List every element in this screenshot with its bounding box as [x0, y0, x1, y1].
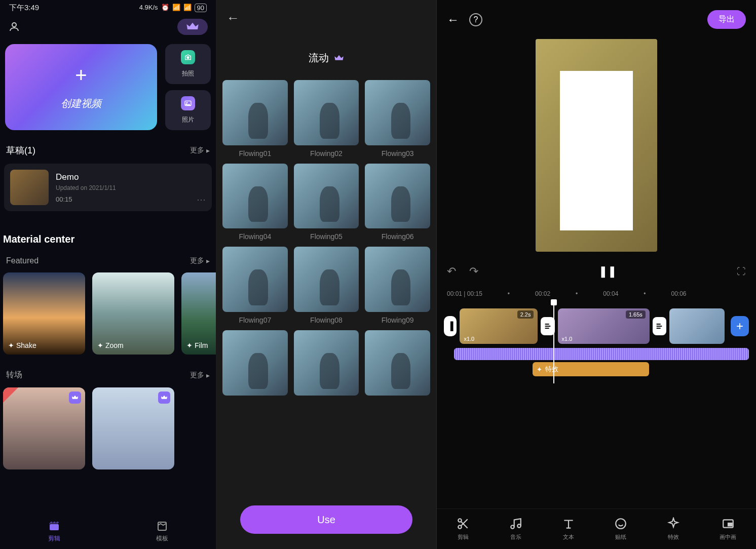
camera-button[interactable]: 拍照 — [165, 44, 211, 84]
use-button[interactable]: Use — [240, 505, 412, 534]
effect-track[interactable]: ✦ 特效 — [533, 362, 649, 376]
featured-more[interactable]: 更多 ▸ — [190, 256, 210, 265]
material-label: ✦ Zoom — [97, 341, 124, 349]
template-item[interactable]: Flowing02 — [294, 80, 359, 158]
wifi-icon: 📶 — [183, 4, 192, 12]
nav-edit[interactable]: 剪辑 — [48, 520, 60, 543]
material-item[interactable] — [3, 387, 85, 469]
music-icon — [509, 517, 522, 530]
time-current: 00:01 | 00:15 — [447, 290, 482, 297]
draft-menu-icon[interactable]: ⋯ — [197, 194, 206, 205]
template-item[interactable]: Flowing06 — [365, 164, 430, 241]
svg-point-7 — [458, 525, 462, 529]
tool-sticker[interactable]: 贴纸 — [614, 517, 627, 541]
nav-template[interactable]: 模板 — [156, 520, 168, 543]
template-item[interactable]: Flowing04 — [222, 164, 288, 241]
smiley-icon — [614, 517, 627, 530]
material-item[interactable] — [92, 387, 174, 469]
sparkle-icon — [667, 517, 680, 530]
template-item[interactable]: Flowing01 — [222, 80, 288, 158]
undo-icon[interactable]: ↶ — [447, 265, 456, 278]
draft-item[interactable]: Demo Updated on 2021/1/11 00:15 ⋯ — [4, 164, 212, 211]
timeline[interactable]: ▐ 2.2s x1.0 1.65s x1.0 + ✦ 特效 — [437, 301, 756, 383]
template-item[interactable]: Flowing03 — [365, 80, 430, 158]
template-item[interactable] — [365, 330, 430, 396]
audio-track[interactable] — [454, 348, 749, 360]
material-label: ✦ Shake — [8, 341, 36, 349]
time-mark: 00:02 — [535, 290, 550, 297]
svg-point-1 — [186, 56, 189, 59]
text-icon — [562, 517, 575, 530]
plus-icon: + — [75, 64, 87, 87]
alarm-icon: ⏰ — [161, 4, 169, 12]
svg-point-3 — [186, 102, 188, 103]
add-clip-button[interactable]: + — [731, 316, 749, 336]
template-item[interactable] — [294, 330, 359, 396]
clip[interactable] — [669, 308, 725, 344]
clip-duration: 1.65s — [626, 310, 646, 319]
material-center-title: Material center — [0, 218, 216, 252]
sparkle-icon: ✦ — [537, 366, 542, 373]
back-icon[interactable]: ← — [226, 10, 240, 26]
vip-icon — [158, 391, 170, 404]
transition-button[interactable] — [653, 317, 666, 335]
vip-icon — [69, 391, 81, 404]
status-bar: 下午3:49 4.9K/s ⏰ 📶 📶 90 — [0, 0, 216, 16]
editor-top-bar: ← ? 导出 — [437, 0, 756, 39]
photo-icon — [181, 96, 195, 110]
tool-text[interactable]: 文本 — [562, 517, 575, 541]
pause-icon[interactable]: ❚❚ — [598, 265, 617, 278]
time-mark: 00:06 — [671, 290, 687, 297]
template-item[interactable]: Flowing07 — [222, 247, 288, 324]
time-ruler: 00:01 | 00:15 • 00:02 • 00:04 • 00:06 — [437, 286, 756, 301]
clip[interactable]: 1.65s x1.0 — [558, 308, 650, 344]
material-item[interactable]: ✦ Shake — [3, 272, 85, 355]
draft-duration: 00:15 — [56, 195, 190, 203]
vip-badge[interactable] — [177, 19, 208, 35]
fullscreen-icon[interactable]: ⛶ — [737, 266, 746, 277]
video-track: ▐ 2.2s x1.0 1.65s x1.0 + — [444, 308, 749, 344]
template-item[interactable]: Flowing09 — [365, 247, 430, 324]
video-preview[interactable] — [536, 39, 657, 252]
editor-screen: ← ? 导出 ↶ ↷ ❚❚ ⛶ 00:01 | 00:15 • 00:02 • … — [437, 0, 756, 549]
status-time: 下午3:49 — [9, 3, 39, 13]
nav-label: 剪辑 — [48, 534, 60, 543]
redo-icon[interactable]: ↷ — [469, 265, 478, 278]
home-screen: 下午3:49 4.9K/s ⏰ 📶 📶 90 + 创建视频 拍照 照片 — [0, 0, 216, 549]
playhead[interactable] — [553, 301, 554, 383]
drafts-more[interactable]: 更多 ▸ — [190, 146, 210, 155]
transitions-more[interactable]: 更多 ▸ — [190, 371, 210, 380]
svg-rect-4 — [50, 524, 59, 530]
nav-label: 模板 — [156, 534, 168, 543]
template-item[interactable] — [222, 330, 288, 396]
material-item[interactable]: ✦ Film — [181, 272, 216, 355]
tool-pip[interactable]: 画中画 — [720, 517, 736, 541]
create-label: 创建视频 — [61, 97, 101, 110]
draft-updated: Updated on 2021/1/11 — [56, 184, 190, 191]
scissors-icon — [457, 517, 470, 530]
clip[interactable]: 2.2s x1.0 — [460, 308, 538, 344]
transitions-header: 转场 更多 ▸ — [0, 370, 216, 380]
svg-point-8 — [511, 525, 514, 529]
help-icon[interactable]: ? — [469, 13, 482, 26]
back-icon[interactable]: ← — [447, 13, 459, 27]
tool-music[interactable]: 音乐 — [509, 517, 522, 541]
track-start-handle[interactable]: ▐ — [444, 316, 457, 336]
signal-icon: 📶 — [172, 4, 180, 12]
export-button[interactable]: 导出 — [707, 10, 746, 29]
user-icon[interactable] — [8, 21, 20, 33]
transition-button[interactable] — [541, 317, 554, 335]
photo-label: 照片 — [182, 115, 194, 124]
hot-badge — [3, 387, 18, 403]
template-item[interactable]: Flowing08 — [294, 247, 359, 324]
create-video-card[interactable]: + 创建视频 — [5, 44, 157, 130]
featured-title: Featured — [6, 256, 39, 265]
material-item[interactable]: ✦ Zoom — [92, 272, 174, 355]
photo-button[interactable]: 照片 — [165, 90, 211, 130]
tool-cut[interactable]: 剪辑 — [457, 517, 470, 541]
template-item[interactable]: Flowing05 — [294, 164, 359, 241]
tool-effect[interactable]: 特效 — [667, 517, 680, 541]
svg-rect-12 — [728, 523, 732, 526]
battery-icon: 90 — [195, 4, 207, 12]
drafts-header: 草稿(1) 更多 ▸ — [0, 144, 216, 156]
